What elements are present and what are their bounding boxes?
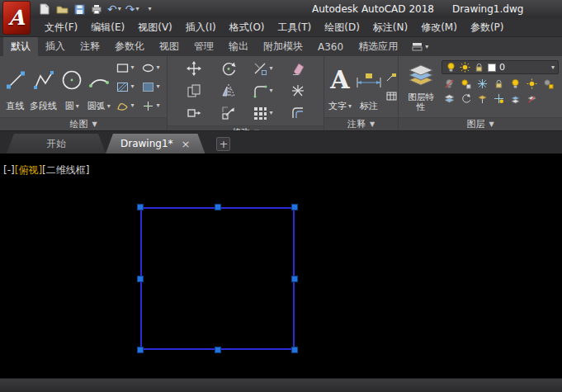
chevron-down-icon[interactable]: ▾ [269,110,272,116]
chevron-down-icon[interactable]: ▾ [551,64,555,71]
text-tool[interactable]: A 文字▾ [328,59,352,115]
panel-label-annotation[interactable]: 注释▼ [324,117,398,130]
layer-freeze-tool[interactable] [475,77,490,91]
ribbon-tab-a360[interactable]: A360 [310,37,351,56]
grip-top-mid[interactable] [215,204,221,210]
chevron-down-icon[interactable]: ▾ [130,83,134,90]
command-line-bar[interactable] [0,378,562,392]
redo-button[interactable]: ↷ ▾ [125,2,139,17]
ellipse-tool[interactable]: ▾ [139,59,163,77]
ribbon-tab-manage[interactable]: 管理 [187,37,221,56]
array-tool[interactable]: ▾ [248,102,279,124]
scale-tool[interactable] [213,102,244,124]
hatch-tool[interactable]: ▾ [113,78,138,96]
panel-label-draw[interactable]: 绘图▼ [0,117,167,130]
ribbon-display-options-button[interactable]: ▾ [405,37,435,56]
grip-bottom-right[interactable] [291,347,298,353]
ribbon-tab-parametric[interactable]: 参数化 [107,37,152,56]
layer-walk-tool[interactable] [475,92,490,106]
menu-file[interactable]: 文件(F) [38,18,84,37]
dimension-tool[interactable]: 标注 [354,59,384,115]
ribbon-tab-view[interactable]: 视图 [152,37,187,56]
menu-parametric[interactable]: 参数(P) [464,18,511,37]
new-file-button[interactable] [38,2,51,17]
selected-rectangle[interactable] [140,207,295,350]
layer-previous-tool[interactable] [458,92,474,106]
arc-tool[interactable]: 圆弧▾ [87,59,112,115]
trim-tool[interactable]: ▾ [248,58,279,79]
chevron-down-icon[interactable]: ▾ [156,102,159,109]
ribbon-tab-output[interactable]: 输出 [221,37,256,56]
ribbon-tab-annotate[interactable]: 注释 [73,37,107,56]
drawing-canvas[interactable]: [-][俯视][二维线框] [0,153,562,378]
rectangle-tool[interactable]: ▾ [113,59,138,77]
chevron-down-icon[interactable]: ▾ [118,6,121,12]
save-button[interactable] [73,2,86,17]
menu-draw[interactable]: 绘图(D) [318,18,366,37]
grip-bottom-left[interactable] [137,347,144,353]
grip-top-right[interactable] [291,204,298,210]
ribbon-tab-featured-apps[interactable]: 精选应用 [351,37,405,56]
menu-edit[interactable]: 编辑(E) [84,18,131,37]
menu-view[interactable]: 视图(V) [131,18,179,37]
menu-insert[interactable]: 插入(I) [179,18,223,37]
ribbon-tab-home[interactable]: 默认 [3,37,38,56]
leader-tool[interactable] [385,68,397,87]
circle-tool[interactable]: 圆▾ [59,59,85,115]
copy-tool[interactable] [178,80,210,102]
autocad-app-button[interactable]: A [2,1,31,35]
layer-freeze-other-tool[interactable] [491,92,507,106]
new-drawing-tab-button[interactable]: + [216,137,230,151]
gradient-tool[interactable]: ▾ [139,78,163,96]
fillet-tool[interactable]: ▾ [248,80,279,102]
grip-mid-right[interactable] [291,276,298,282]
chevron-down-icon[interactable]: ▾ [156,64,159,71]
grip-mid-left[interactable] [137,276,144,282]
layer-delete-tool[interactable] [524,92,540,106]
layer-thaw-tool[interactable] [524,77,540,91]
chevron-down-icon[interactable]: ▾ [156,83,159,90]
menu-tools[interactable]: 工具(T) [272,18,319,37]
mirror-tool[interactable] [213,80,244,102]
chevron-down-icon[interactable]: ▾ [107,103,111,110]
polyline-tool[interactable]: 多段线 [29,59,58,115]
open-file-button[interactable] [55,2,68,17]
layer-unisolate-tool[interactable] [541,77,556,91]
viewport-menu-control[interactable]: [-] [3,164,15,176]
chevron-down-icon[interactable]: ▾ [269,65,272,72]
undo-button[interactable]: ↶ ▾ [107,2,121,17]
boundary-tool[interactable]: ▾ [113,97,138,115]
move-tool[interactable] [178,58,210,79]
explode-tool[interactable] [282,80,314,102]
menu-format[interactable]: 格式(O) [223,18,272,37]
layer-match-tool[interactable] [442,92,457,106]
chevron-down-icon[interactable]: ▾ [348,103,352,110]
qat-customize-button[interactable]: ▾ [144,2,157,17]
layer-merge-tool[interactable] [508,92,523,106]
table-tool[interactable] [385,87,397,106]
layer-on-tool[interactable] [508,77,523,91]
chevron-down-icon[interactable]: ▾ [76,103,79,110]
ribbon-tab-insert[interactable]: 插入 [38,37,73,56]
panel-label-layers[interactable]: 图层▼ [399,117,562,130]
rotate-tool[interactable] [213,58,244,79]
viewport-view-control[interactable]: [俯视] [15,164,42,176]
menu-dimension[interactable]: 标注(N) [366,18,414,37]
viewport-visual-style-control[interactable]: [二维线框] [42,164,89,176]
layer-properties-tool[interactable]: 图层特性 [402,59,440,115]
layer-dropdown[interactable]: 0 ▾ [442,60,559,74]
grip-bottom-mid[interactable] [215,347,221,353]
stretch-tool[interactable] [178,102,210,124]
ribbon-tab-addins[interactable]: 附加模块 [256,37,310,56]
point-tool[interactable]: ▾ [139,97,163,115]
line-tool[interactable]: 直线 [3,59,27,115]
layer-isolate-tool[interactable] [458,77,474,91]
layer-off-tool[interactable] [442,77,457,91]
file-tab-drawing1[interactable]: Drawing1* × [106,134,205,153]
layer-lock-tool[interactable] [491,77,507,91]
plot-button[interactable] [90,2,103,17]
chevron-down-icon[interactable]: ▾ [269,87,272,94]
offset-tool[interactable] [282,102,314,124]
erase-tool[interactable] [282,58,314,79]
close-icon[interactable]: × [182,139,191,149]
